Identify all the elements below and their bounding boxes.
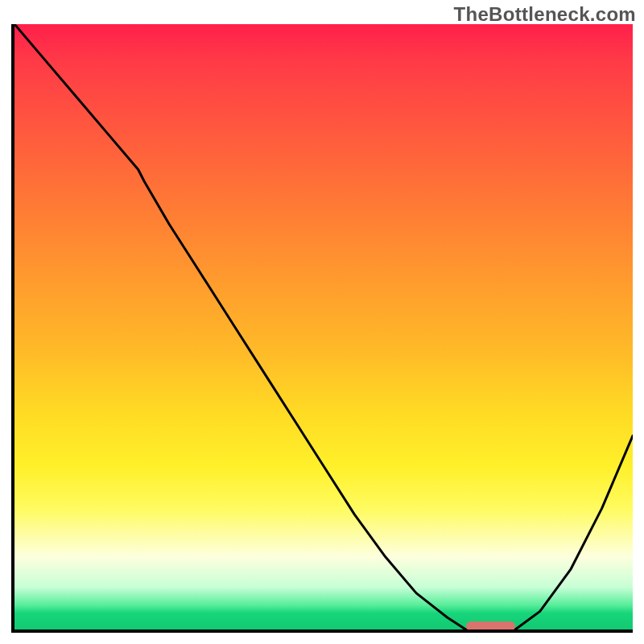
optimal-range-marker — [466, 621, 515, 630]
watermark-text: TheBottleneck.com — [454, 3, 636, 26]
plot-area — [14, 24, 633, 630]
curve-path — [14, 24, 633, 630]
chart-frame: TheBottleneck.com — [0, 0, 644, 644]
x-axis — [11, 630, 633, 633]
bottleneck-curve — [14, 24, 633, 630]
